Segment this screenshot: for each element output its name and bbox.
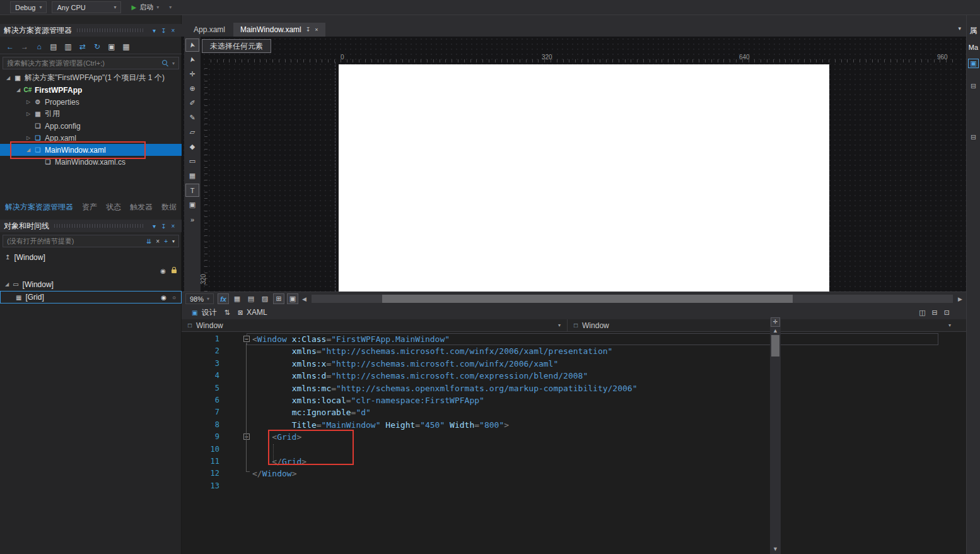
- snaplines-icon[interactable]: ⊞: [273, 293, 284, 304]
- chevron-down-icon[interactable]: ▾: [558, 322, 561, 328]
- design-canvas[interactable]: [339, 64, 829, 292]
- start-debugging-button[interactable]: ▶ 启动 ▾: [126, 1, 164, 14]
- breadcrumb-right[interactable]: □ Window ▾: [568, 319, 966, 331]
- grid-tool-icon[interactable]: ▦: [185, 169, 199, 182]
- code-line[interactable]: 5 xmlns:mc="http://schemas.openxmlformat…: [182, 382, 955, 394]
- scope-root-row[interactable]: ↥ [Window]: [0, 251, 182, 263]
- pen-tool-icon[interactable]: ✎: [185, 111, 199, 124]
- snap-to-grid-icon[interactable]: ▤: [245, 293, 257, 304]
- objects-timeline-header[interactable]: 对象和时间线 ▾ ↧ ×: [0, 220, 182, 232]
- pin-icon[interactable]: ↧: [159, 27, 168, 34]
- collapse-pane-icon[interactable]: ⊟: [971, 133, 976, 141]
- document-tab[interactable]: App.xaml: [187, 23, 232, 37]
- scroll-down-icon[interactable]: ▼: [773, 546, 778, 552]
- selected-tool-indicator-icon[interactable]: ➤: [185, 38, 199, 52]
- tree-item[interactable]: ❏MainWindow.xaml.cs: [0, 156, 182, 168]
- panel-tab[interactable]: 状态: [106, 202, 121, 213]
- tree-expander-icon[interactable]: ◢: [4, 75, 13, 81]
- solution-explorer-header[interactable]: 解决方案资源管理器 ▾ ↧ ×: [0, 24, 182, 37]
- close-icon[interactable]: ×: [168, 27, 178, 34]
- tab-list-chevron-icon[interactable]: ▾: [958, 25, 961, 32]
- code-line[interactable]: 4 xmlns:d="http://schemas.microsoft.com/…: [182, 370, 955, 382]
- paint-bucket-tool-icon[interactable]: ◆: [185, 140, 199, 153]
- add-storyboard-icon[interactable]: +: [164, 238, 168, 245]
- eyedropper-tool-icon[interactable]: ✐: [185, 97, 199, 110]
- chevrons-down-icon[interactable]: ⇊: [146, 238, 151, 245]
- collapse-all-icon[interactable]: ▤: [49, 42, 59, 51]
- objects-tree-window-row[interactable]: ◢ ▭ [Window]: [0, 278, 182, 290]
- home-icon[interactable]: ⌂: [34, 42, 44, 51]
- show-grid-icon[interactable]: ▦: [231, 293, 243, 304]
- tree-item[interactable]: ▷▦引用: [0, 108, 182, 120]
- tree-item[interactable]: ◢▣解决方案"FirstWPFApp"(1 个项目/共 1 个): [0, 72, 182, 84]
- breadcrumb-left[interactable]: □ Window ▾: [182, 319, 568, 331]
- code-line[interactable]: 7 mc:Ignorable="d": [182, 406, 955, 418]
- code-line[interactable]: 8 Title="MainWindow" Height="450" Width=…: [182, 419, 955, 431]
- forward-icon[interactable]: →: [20, 42, 30, 51]
- tree-expander-icon[interactable]: ▷: [24, 99, 33, 105]
- code-sync-icon[interactable]: ▣: [287, 293, 298, 304]
- tree-item[interactable]: ❏App.config: [0, 120, 182, 132]
- close-storyboard-icon[interactable]: ×: [156, 238, 160, 245]
- chevron-down-icon[interactable]: ▾: [948, 322, 951, 328]
- docked-panel-icon[interactable]: ▣: [968, 59, 978, 68]
- back-icon[interactable]: ←: [5, 42, 15, 51]
- panel-tab[interactable]: 资产: [82, 202, 97, 213]
- xaml-code-editor[interactable]: 1−<Window x:Class="FirstWPFApp.MainWindo…: [182, 332, 966, 554]
- collapsed-tab[interactable]: Ma: [969, 44, 978, 51]
- xaml-view-tab[interactable]: ⊠ XAML: [238, 308, 267, 317]
- zoom-tool-icon[interactable]: ⊕: [185, 82, 199, 95]
- storyboard-picker[interactable]: (没有打开的情节提要) ⇊ × + ▾: [3, 235, 179, 247]
- pin-icon[interactable]: ↧: [306, 27, 311, 33]
- code-line[interactable]: 3 xmlns:x="http://schemas.microsoft.com/…: [182, 358, 955, 370]
- pan-tool-icon[interactable]: ✛: [185, 68, 199, 81]
- code-line[interactable]: 10: [182, 444, 955, 456]
- panel-tab[interactable]: 触发器: [130, 202, 153, 213]
- search-input[interactable]: 搜索解决方案资源管理器(Ctrl+;) ▾: [3, 57, 179, 69]
- document-tab[interactable]: MainWindow.xaml↧×: [233, 23, 325, 37]
- properties-collapsed-tab[interactable]: 属: [970, 25, 977, 36]
- expand-pane-icon[interactable]: ⊡: [944, 309, 950, 317]
- scroll-right-icon[interactable]: ▶: [958, 296, 962, 302]
- code-line[interactable]: 2 xmlns="http://schemas.microsoft.com/wi…: [182, 345, 955, 357]
- close-icon[interactable]: ×: [315, 27, 318, 33]
- rectangle-tool-icon[interactable]: ▭: [185, 155, 199, 168]
- scope-up-icon[interactable]: ↥: [5, 254, 10, 261]
- scrollbar-thumb[interactable]: [771, 335, 779, 357]
- panel-tab[interactable]: 数据: [161, 202, 177, 213]
- collapse-pane-icon[interactable]: ⊟: [971, 82, 976, 90]
- lock-toggle-icon[interactable]: ○: [172, 294, 176, 301]
- swap-panes-icon[interactable]: ⇅: [224, 309, 230, 317]
- refresh-icon[interactable]: ↻: [92, 42, 102, 51]
- code-line[interactable]: 1−<Window x:Class="FirstWPFApp.MainWindo…: [182, 333, 955, 345]
- effects-button[interactable]: fx: [218, 293, 229, 304]
- platform-dropdown[interactable]: Any CPU ▾: [52, 1, 121, 13]
- lock-icon[interactable]: [172, 269, 177, 273]
- tree-item[interactable]: ◢❏MainWindow.xaml: [0, 144, 182, 156]
- objects-tree-grid-row[interactable]: ▦ [Grid] ◉ ○: [0, 291, 182, 304]
- close-icon[interactable]: ×: [168, 223, 178, 230]
- scroll-left-icon[interactable]: ◀: [302, 296, 306, 302]
- chevron-down-icon[interactable]: ▾: [172, 239, 175, 244]
- code-line[interactable]: 6 xmlns:local="clr-namespace:FirstWPFApp…: [182, 394, 955, 406]
- scroll-up-icon[interactable]: ▲: [773, 327, 778, 334]
- tree-expander-icon[interactable]: ◢: [24, 147, 33, 153]
- window-position-chevron-icon[interactable]: ▾: [149, 223, 159, 230]
- tree-item[interactable]: ▷❏App.xaml: [0, 132, 182, 144]
- split-window-grip-icon[interactable]: ✛: [771, 317, 780, 327]
- more-tools-icon[interactable]: »: [185, 213, 199, 226]
- properties-icon[interactable]: ▦: [121, 42, 131, 51]
- artboard-tool-icon[interactable]: ▣: [185, 198, 199, 211]
- fold-collapse-icon[interactable]: −: [243, 431, 250, 443]
- text-tool-icon[interactable]: T: [185, 184, 199, 197]
- tree-expander-icon[interactable]: ▷: [24, 111, 33, 117]
- code-vertical-scrollbar[interactable]: ✛ ▲ ▼: [770, 317, 781, 554]
- vertical-split-icon[interactable]: ◫: [919, 309, 925, 317]
- tree-expander-icon[interactable]: ◢: [5, 281, 9, 287]
- show-all-files-icon[interactable]: ▣: [107, 42, 117, 51]
- code-line[interactable]: 12</Window>: [182, 468, 955, 480]
- window-position-chevron-icon[interactable]: ▾: [149, 27, 159, 34]
- code-line[interactable]: 13: [182, 480, 955, 492]
- pin-icon[interactable]: ↧: [159, 223, 168, 230]
- tree-expander-icon[interactable]: ◢: [14, 87, 23, 93]
